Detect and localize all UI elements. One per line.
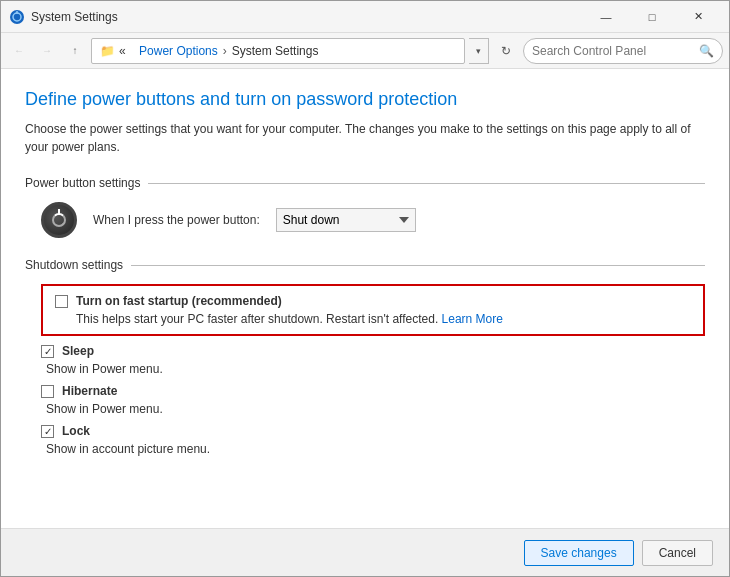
fast-startup-row: Turn on fast startup (recommended) bbox=[55, 294, 691, 308]
shutdown-section-header: Shutdown settings bbox=[25, 258, 705, 272]
breadcrumb: « Power Options › System Settings bbox=[119, 44, 318, 58]
folder-icon: 📁 bbox=[100, 44, 115, 58]
power-section-label: Power button settings bbox=[25, 176, 140, 190]
power-button-label: When I press the power button: bbox=[93, 213, 260, 227]
refresh-button[interactable]: ↻ bbox=[493, 38, 519, 64]
sleep-checkbox[interactable] bbox=[41, 345, 54, 358]
address-path[interactable]: 📁 « Power Options › System Settings bbox=[91, 38, 465, 64]
hibernate-row: Hibernate bbox=[25, 384, 705, 398]
refresh-icon: ↻ bbox=[501, 44, 511, 58]
power-icon-inner bbox=[52, 213, 66, 227]
fast-startup-checkbox[interactable] bbox=[55, 295, 68, 308]
up-icon: ↑ bbox=[73, 45, 78, 56]
main-content: Define power buttons and turn on passwor… bbox=[1, 69, 729, 528]
section-divider-2 bbox=[131, 265, 705, 266]
cancel-button[interactable]: Cancel bbox=[642, 540, 713, 566]
window-title: System Settings bbox=[31, 10, 583, 24]
lock-row: Lock bbox=[25, 424, 705, 438]
lock-checkbox[interactable] bbox=[41, 425, 54, 438]
system-settings-window: System Settings — □ ✕ ← → ↑ 📁 « Power Op… bbox=[0, 0, 730, 577]
search-input[interactable] bbox=[532, 44, 695, 58]
maximize-button[interactable]: □ bbox=[629, 1, 675, 33]
hibernate-sublabel: Show in Power menu. bbox=[25, 402, 705, 416]
address-bar: ← → ↑ 📁 « Power Options › System Setting… bbox=[1, 33, 729, 69]
shutdown-section-label: Shutdown settings bbox=[25, 258, 123, 272]
power-button-row: When I press the power button: Do nothin… bbox=[25, 202, 705, 238]
close-button[interactable]: ✕ bbox=[675, 1, 721, 33]
fast-startup-box: Turn on fast startup (recommended) This … bbox=[41, 284, 705, 336]
up-button[interactable]: ↑ bbox=[63, 39, 87, 63]
search-icon: 🔍 bbox=[699, 44, 714, 58]
breadcrumb-system-settings: System Settings bbox=[232, 44, 319, 58]
fast-startup-label: Turn on fast startup (recommended) bbox=[76, 294, 282, 308]
hibernate-checkbox[interactable] bbox=[41, 385, 54, 398]
power-section-header: Power button settings bbox=[25, 176, 705, 190]
back-button[interactable]: ← bbox=[7, 39, 31, 63]
page-title: Define power buttons and turn on passwor… bbox=[25, 89, 705, 110]
forward-button[interactable]: → bbox=[35, 39, 59, 63]
forward-icon: → bbox=[42, 45, 52, 56]
save-changes-button[interactable]: Save changes bbox=[524, 540, 634, 566]
page-description: Choose the power settings that you want … bbox=[25, 120, 705, 156]
lock-sublabel: Show in account picture menu. bbox=[25, 442, 705, 456]
power-action-dropdown[interactable]: Do nothing Sleep Hibernate Shut down Tur… bbox=[276, 208, 416, 232]
window-icon bbox=[9, 9, 25, 25]
title-bar: System Settings — □ ✕ bbox=[1, 1, 729, 33]
sleep-row: Sleep bbox=[25, 344, 705, 358]
search-box: 🔍 bbox=[523, 38, 723, 64]
lock-label: Lock bbox=[62, 424, 90, 438]
minimize-button[interactable]: — bbox=[583, 1, 629, 33]
sleep-sublabel: Show in Power menu. bbox=[25, 362, 705, 376]
sleep-label: Sleep bbox=[62, 344, 94, 358]
power-icon bbox=[41, 202, 77, 238]
section-divider bbox=[148, 183, 705, 184]
window-controls: — □ ✕ bbox=[583, 1, 721, 33]
footer: Save changes Cancel bbox=[1, 528, 729, 576]
breadcrumb-separator: « bbox=[119, 44, 126, 58]
breadcrumb-power-options[interactable]: Power Options bbox=[139, 44, 218, 58]
hibernate-label: Hibernate bbox=[62, 384, 117, 398]
shutdown-section: Shutdown settings Turn on fast startup (… bbox=[25, 258, 705, 456]
learn-more-link[interactable]: Learn More bbox=[442, 312, 503, 326]
fast-startup-sublabel: This helps start your PC faster after sh… bbox=[55, 312, 691, 326]
back-icon: ← bbox=[14, 45, 24, 56]
address-dropdown-button[interactable]: ▾ bbox=[469, 38, 489, 64]
